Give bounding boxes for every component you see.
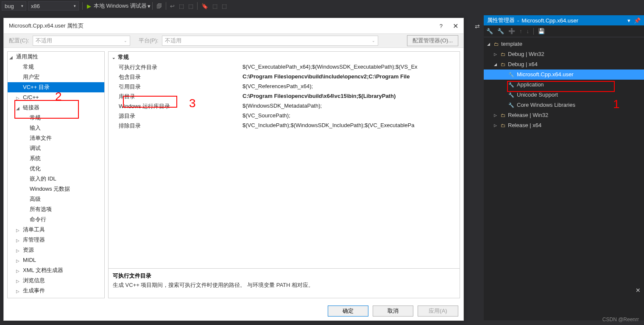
- tree-item[interactable]: 调试: [8, 143, 104, 153]
- tree-item[interactable]: 高级: [8, 194, 104, 204]
- tree-item[interactable]: 常规: [8, 113, 104, 123]
- property-row[interactable]: 引用目录$(VC_ReferencesPath_x64);: [109, 82, 460, 92]
- ide-toolbar: bug▾ x86▾ ▶ 本地 Windows 调试器 ▾ 🗐 ↩ ⬚ ⬚ 🔖 ⬚…: [0, 0, 644, 12]
- property-value[interactable]: $(VC_SourcePath);: [240, 111, 460, 121]
- folder-icon: 🗀: [501, 111, 505, 119]
- tree-item[interactable]: VC++ 目录: [8, 82, 104, 92]
- tree-root[interactable]: ◢通用属性: [8, 52, 104, 62]
- panel-tree-item[interactable]: 🔧Application: [484, 80, 644, 90]
- toolbar-icon-2[interactable]: ↩: [170, 3, 175, 9]
- tree-item[interactable]: Windows 元数据: [8, 184, 104, 194]
- property-row[interactable]: Windows 运行库目录$(WindowsSDK_MetadataPath);: [109, 102, 460, 111]
- watermark: CSDN @Reenrr: [602, 317, 639, 322]
- tree-item[interactable]: 优化: [8, 164, 104, 174]
- tree-item[interactable]: 输入: [8, 123, 104, 133]
- toolbar-icon-4[interactable]: ⬚: [188, 3, 193, 9]
- dialog-titlebar: Microsoft.Cpp.x64.user 属性页 ? ✕: [4, 18, 463, 33]
- debugger-label[interactable]: 本地 Windows 调试器: [94, 2, 147, 10]
- property-row[interactable]: 库目录C:\Program Files\opencv\build\x64\vc1…: [109, 92, 460, 102]
- wrench-add-icon[interactable]: 🔧: [497, 28, 504, 34]
- config-manager-button[interactable]: 配置管理器(O)...: [407, 35, 458, 46]
- tree-item[interactable]: ▷C/C++: [8, 92, 104, 103]
- platform-select[interactable]: 不适用⌄: [162, 36, 378, 46]
- wrench-icon: 🔧: [508, 81, 514, 89]
- tree-item[interactable]: ▷MIDL: [8, 255, 104, 265]
- toolbar-icon-6[interactable]: ⬚: [212, 3, 217, 9]
- platform-combo[interactable]: x86▾: [28, 1, 79, 11]
- property-grid[interactable]: ⌄常规 可执行文件目录$(VC_ExecutablePath_x64);$(Wi…: [109, 52, 460, 268]
- property-name: Windows 运行库目录: [109, 102, 240, 111]
- property-name: 排除目录: [109, 121, 240, 131]
- tree-item[interactable]: ◢链接器: [8, 103, 104, 113]
- tree-item[interactable]: ▷库管理器: [8, 235, 104, 245]
- panel-tree-item[interactable]: ◢🗀Debug | x64: [484, 59, 644, 69]
- config-label: 配置(C):: [9, 37, 29, 44]
- property-tree[interactable]: ◢通用属性 常规用户宏VC++ 目录▷C/C++◢链接器常规输入清单文件调试系统…: [7, 51, 105, 298]
- tree-item[interactable]: ▷XML 文档生成器: [8, 265, 104, 275]
- bottom-close-icon[interactable]: ✕: [634, 286, 642, 294]
- dialog-title-text: Microsoft.Cpp.x64.user 属性页: [9, 22, 84, 30]
- down-icon[interactable]: ↓: [527, 28, 530, 34]
- panel-title: 属性管理器: [487, 17, 515, 24]
- apply-button[interactable]: 应用(A): [418, 306, 458, 317]
- panel-titlebar: 属性管理器 - Microsoft.Cpp.x64.user ▾ 📌: [484, 15, 644, 25]
- close-icon[interactable]: ✕: [453, 22, 458, 30]
- expand-arrows-icon[interactable]: ⇄: [475, 23, 480, 30]
- tree-item[interactable]: ▷生成事件: [8, 286, 104, 296]
- property-value[interactable]: C:\Program Files\opencv\build\x64\vc15\b…: [240, 92, 460, 102]
- dialog-config-row: 配置(C): 不适用⌄ 平台(P): 不适用⌄ 配置管理器(O)...: [4, 33, 463, 48]
- panel-tree-item[interactable]: 🔧Core Windows Libraries: [484, 100, 644, 110]
- tree-item[interactable]: ▷浏览信息: [8, 275, 104, 286]
- toolbar-icon-3[interactable]: ⬚: [179, 3, 184, 9]
- tree-item[interactable]: 清单文件: [8, 133, 104, 143]
- property-value[interactable]: C:\Program Files\opencv\build\include\op…: [240, 72, 460, 82]
- panel-tree-item[interactable]: ▷🗀Release | x64: [484, 120, 644, 131]
- cancel-button[interactable]: 取消: [373, 306, 413, 317]
- panel-dropdown-icon[interactable]: ▾: [627, 17, 630, 24]
- panel-tree-item[interactable]: ▷🗀Debug | Win32: [484, 49, 644, 59]
- desc-title: 可执行文件目录: [113, 272, 455, 280]
- save-icon[interactable]: 💾: [538, 28, 545, 34]
- property-name: 源目录: [109, 111, 240, 121]
- property-value[interactable]: $(VC_ReferencesPath_x64);: [240, 82, 460, 92]
- property-row[interactable]: 可执行文件目录$(VC_ExecutablePath_x64);$(Window…: [109, 63, 460, 72]
- property-value[interactable]: $(VC_ExecutablePath_x64);$(WindowsSDK_Ex…: [240, 63, 460, 72]
- toolbar-icon-7[interactable]: ⬚: [222, 3, 227, 9]
- play-icon[interactable]: ▶: [87, 3, 91, 9]
- config-select[interactable]: 不适用⌄: [33, 36, 130, 46]
- panel-tree-item[interactable]: ▷🗀Release | Win32: [484, 110, 644, 120]
- up-icon[interactable]: ↑: [519, 28, 522, 34]
- tree-item[interactable]: 所有选项: [8, 204, 104, 214]
- tree-item[interactable]: 系统: [8, 153, 104, 164]
- tree-item[interactable]: ▷资源: [8, 245, 104, 255]
- tree-item[interactable]: 嵌入的 IDL: [8, 174, 104, 184]
- tree-item[interactable]: 常规: [8, 62, 104, 72]
- property-row[interactable]: 源目录$(VC_SourcePath);: [109, 111, 460, 121]
- toolbar-icon-5[interactable]: 🔖: [201, 3, 208, 9]
- panel-tree-item[interactable]: 🔧Unicode Support: [484, 90, 644, 100]
- property-value[interactable]: $(WindowsSDK_MetadataPath);: [240, 102, 460, 111]
- grid-header[interactable]: ⌄常规: [109, 52, 460, 63]
- add-icon[interactable]: ➕: [508, 28, 515, 34]
- pin-icon[interactable]: 📌: [634, 17, 641, 24]
- help-icon[interactable]: ?: [440, 23, 443, 29]
- wrench-icon: 🔧: [508, 101, 514, 109]
- config-combo[interactable]: bug▾: [2, 1, 26, 11]
- property-row[interactable]: 排除目录$(VC_IncludePath);$(WindowsSDK_Inclu…: [109, 121, 460, 131]
- tree-item[interactable]: 用户宏: [8, 72, 104, 82]
- tree-item[interactable]: ▷清单工具: [8, 225, 104, 235]
- folder-icon: 🗀: [501, 121, 505, 130]
- wrench-icon[interactable]: 🔧: [486, 28, 493, 34]
- folder-icon: 🗀: [501, 60, 505, 69]
- property-value[interactable]: $(VC_IncludePath);$(WindowsSDK_IncludePa…: [240, 121, 460, 131]
- property-row[interactable]: 包含目录C:\Program Files\opencv\build\includ…: [109, 72, 460, 82]
- panel-tree[interactable]: ◢🗀template▷🗀Debug | Win32◢🗀Debug | x64🔧M…: [484, 37, 644, 320]
- folder-icon: 🗀: [494, 40, 499, 48]
- tree-item[interactable]: ▷自定义生成步骤: [8, 296, 104, 298]
- panel-tree-item[interactable]: 🔧Microsoft.Cpp.x64.user: [484, 69, 644, 80]
- folder-icon: 🗀: [501, 50, 505, 58]
- panel-tree-item[interactable]: ◢🗀template: [484, 39, 644, 49]
- toolbar-icon-1[interactable]: 🗐: [156, 3, 162, 9]
- tree-item[interactable]: 命令行: [8, 214, 104, 225]
- ok-button[interactable]: 确定: [328, 306, 368, 317]
